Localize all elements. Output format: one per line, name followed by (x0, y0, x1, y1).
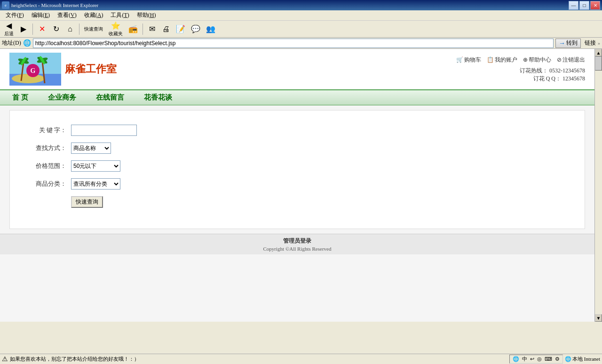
back-icon: ◀ (6, 21, 12, 30)
tray-text-zh: 中 (522, 356, 527, 363)
home-button[interactable]: ⌂ (63, 22, 77, 36)
scroll-track[interactable] (595, 56, 602, 314)
print-button[interactable]: 🖨 (159, 22, 173, 36)
status-right-area: 🌐 中 ↩ ◎ ⌨ ⚙ 🌐 本地 Intranet (509, 355, 600, 364)
keyword-input[interactable] (71, 125, 137, 136)
tray-icon-4: ⌨ (545, 356, 552, 362)
browser-content: G 麻雀工作室 🛒购物车 📋我的账户 ⊕帮助中心 ⊘注销退出 订花热线： 053… (0, 49, 602, 322)
menu-view[interactable]: 查看(V) (54, 10, 80, 20)
close-button[interactable]: ✕ (590, 1, 600, 10)
header-links: 🛒购物车 📋我的账户 ⊕帮助中心 ⊘注销退出 (456, 56, 585, 64)
help-link[interactable]: ⊕帮助中心 (523, 56, 551, 64)
edit-page-icon: 📝 (176, 24, 185, 33)
hotline-info: 订花热线： 0532-12345678 (520, 67, 585, 75)
menu-favorites[interactable]: 收藏(A) (80, 10, 107, 20)
admin-link[interactable]: 管理员登录 (3, 237, 592, 245)
nav-flowers[interactable]: 花香花谈 (141, 92, 175, 103)
go-button[interactable]: → 转到 (555, 39, 581, 48)
copyright: Copyright ©All Rights Reserved (3, 246, 592, 252)
logo-image: G (9, 53, 61, 86)
price-select[interactable]: 50元以下 50-100元 100-200元 200元以上 不限 (71, 160, 120, 172)
edit-page-button[interactable]: 📝 (174, 22, 188, 36)
window-controls[interactable]: — □ ✕ (569, 1, 600, 10)
keyword-row: 关 键 字： (29, 125, 566, 136)
sep2 (79, 24, 79, 35)
cart-link[interactable]: 🛒购物车 (456, 56, 481, 64)
tray-icon-3: ◎ (537, 356, 542, 362)
status-warning-icon: ⚠ (2, 355, 8, 363)
hotline-value: 0532-12345678 (549, 67, 585, 74)
refresh-button[interactable]: ↻ (49, 22, 63, 36)
media-icon: 📻 (128, 24, 138, 33)
title-bar-left: e heightSelect - Microsoft Internet Expl… (2, 1, 98, 9)
title-bar: e heightSelect - Microsoft Internet Expl… (0, 0, 602, 10)
nav-home[interactable]: 首 页 (9, 92, 31, 103)
maximize-button[interactable]: □ (579, 1, 589, 10)
media-button[interactable]: 📻 (126, 22, 140, 36)
header-right: 🛒购物车 📋我的账户 ⊕帮助中心 ⊘注销退出 订花热线： 0532-123456… (456, 56, 585, 83)
search-area: 关 键 字： 查找方式： 商品名称 商品编号 商品描述 价格范围： 50元以下 … (9, 110, 585, 229)
forward-icon: ▶ (21, 24, 26, 33)
category-select[interactable]: 查讯所有分类 鲜花 礼品 绿植 (71, 178, 120, 190)
menu-help[interactable]: 帮助(H) (133, 10, 160, 20)
category-label: 商品分类： (29, 180, 66, 188)
status-message-area: ⚠ 如果您喜欢本站，别忘了把本站介绍给您的好友哦！：） (2, 355, 139, 363)
zone-icon: 🌐 (565, 356, 571, 362)
svg-text:G: G (31, 67, 36, 74)
messenger-button[interactable]: 👥 (204, 22, 218, 36)
sep1 (32, 24, 33, 35)
back-button[interactable]: ◀ 后退 (2, 22, 16, 36)
menu-tools[interactable]: 工具(T) (107, 10, 133, 20)
system-tray: 🌐 中 ↩ ◎ ⌨ ⚙ (509, 355, 563, 364)
stop-button[interactable]: ✕ (35, 22, 48, 36)
scroll-down-button[interactable]: ▼ (595, 314, 602, 322)
price-label: 价格范围： (29, 162, 66, 170)
search-button[interactable]: 快速查询 (71, 196, 103, 208)
back-label: 后退 (4, 31, 14, 37)
forward-button[interactable]: ▶ (17, 22, 30, 36)
scroll-thumb[interactable] (595, 56, 602, 71)
method-row: 查找方式： 商品名称 商品编号 商品描述 (29, 142, 566, 154)
vertical-scrollbar[interactable]: ▲ ▼ (594, 49, 602, 322)
qq-value: 12345678 (562, 75, 585, 82)
mail-button[interactable]: ✉ (145, 22, 158, 36)
address-bar: 地址(D) 🌐 → 转到 链接 » (0, 38, 602, 49)
zone-indicator: 🌐 本地 Intranet (565, 356, 600, 363)
links-expand-icon: » (598, 40, 600, 46)
mail-icon: ✉ (149, 24, 155, 33)
tray-icon-2: ↩ (530, 356, 534, 362)
qq-info: 订花 Q Q： 12345678 (533, 75, 585, 83)
address-input[interactable] (33, 39, 554, 48)
nav-message[interactable]: 在线留言 (93, 92, 127, 103)
site-nav: 首 页 企业商务 在线留言 花香花谈 (0, 90, 594, 105)
account-link[interactable]: 📋我的账户 (487, 56, 517, 64)
refresh-icon: ↻ (53, 24, 59, 33)
scroll-up-button[interactable]: ▲ (595, 49, 602, 56)
sep3 (143, 24, 143, 35)
stop-icon: ✕ (39, 24, 45, 33)
nav-business[interactable]: 企业商务 (45, 92, 79, 103)
site-header: G 麻雀工作室 🛒购物车 📋我的账户 ⊕帮助中心 ⊘注销退出 订花热线： 053… (0, 49, 594, 90)
print-icon: 🖨 (162, 25, 170, 33)
window-title: heightSelect - Microsoft Internet Explor… (11, 2, 98, 8)
menu-edit[interactable]: 编辑(E) (28, 10, 54, 20)
menu-bar: 文件(F) 编辑(E) 查看(V) 收藏(A) 工具(T) 帮助(H) (0, 10, 602, 21)
favorites-button[interactable]: ⭐ 收藏夹 (106, 22, 125, 36)
site-footer: 管理员登录 Copyright ©All Rights Reserved (0, 234, 594, 254)
search-button[interactable]: 快速查询 (82, 22, 105, 36)
minimize-button[interactable]: — (569, 1, 578, 10)
address-label: 地址(D) (2, 39, 21, 47)
status-bar: ⚠ 如果您喜欢本站，别忘了把本站介绍给您的好友哦！：） 🌐 中 ↩ ◎ ⌨ ⚙ … (0, 354, 602, 364)
logout-link[interactable]: ⊘注销退出 (557, 56, 585, 64)
menu-file[interactable]: 文件(F) (2, 10, 28, 20)
logo-area: G 麻雀工作室 (9, 53, 117, 86)
discuss-button[interactable]: 💬 (189, 22, 203, 36)
tray-icon-5: ⚙ (555, 356, 560, 362)
ie-icon: e (2, 1, 9, 9)
qq-label: 订花 Q Q： (533, 75, 561, 82)
go-label: 转到 (566, 39, 578, 47)
links-label: 链接 (585, 39, 596, 47)
method-label: 查找方式： (29, 144, 66, 152)
star-icon: ⭐ (111, 21, 120, 30)
method-select[interactable]: 商品名称 商品编号 商品描述 (71, 142, 111, 154)
